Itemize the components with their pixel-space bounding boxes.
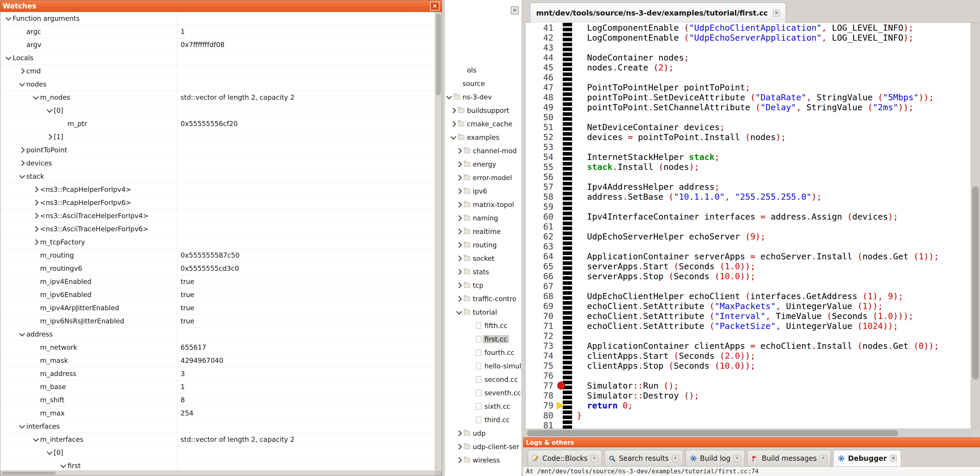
watch-row[interactable]: cmd — [0, 65, 435, 78]
chevron-right-icon[interactable] — [456, 161, 462, 167]
breakpoint-margin[interactable] — [556, 112, 563, 122]
close-icon[interactable]: × — [820, 455, 827, 462]
line-number[interactable]: 58 — [526, 192, 556, 202]
breakpoint-margin[interactable] — [556, 43, 563, 53]
breakpoint-margin[interactable] — [556, 72, 563, 83]
tree-item-udp-client-ser[interactable]: udp-client-ser — [445, 441, 522, 453]
code-line[interactable]: 56 — [526, 172, 970, 182]
breakpoint-margin[interactable] — [556, 241, 563, 251]
tree-item-ns-3-dev[interactable]: ns-3-dev — [445, 91, 522, 103]
watch-row[interactable]: m_ptr0x55555556cf20 — [0, 117, 435, 130]
line-number[interactable]: 61 — [526, 222, 556, 232]
breakpoint-margin[interactable] — [556, 391, 563, 401]
chevron-down-icon[interactable] — [19, 173, 25, 179]
chevron-right-icon[interactable] — [456, 296, 462, 302]
watch-row[interactable]: devices — [0, 157, 435, 170]
breakpoint-margin[interactable] — [556, 202, 563, 212]
watches-vertical-scrollbar[interactable] — [435, 12, 442, 471]
code-line[interactable]: 73 ApplicationContainer clientApps = ech… — [526, 341, 970, 351]
code-line[interactable]: 41 LogComponentEnable ("UdpEchoClientApp… — [526, 23, 970, 33]
breakpoint-margin[interactable] — [556, 132, 563, 142]
breakpoint-margin[interactable] — [556, 420, 563, 429]
tab-build-messages[interactable]: Build messages× — [747, 450, 831, 466]
watch-row[interactable]: argc1 — [0, 25, 435, 38]
code-line[interactable]: 70 echoClient.SetAttribute ("Interval", … — [526, 311, 970, 321]
watch-row[interactable]: first — [0, 459, 435, 471]
chevron-right-icon[interactable] — [33, 239, 38, 245]
tree-item-udp[interactable]: udp — [445, 427, 522, 439]
line-number[interactable]: 56 — [526, 172, 556, 182]
code-line[interactable]: 49 pointToPoint.SetChannelAttribute ("De… — [526, 102, 970, 112]
code-line[interactable]: 79 return 0; — [526, 401, 970, 411]
breakpoint-margin[interactable] — [556, 33, 563, 43]
line-number[interactable]: 72 — [526, 331, 556, 341]
tab-code-blocks[interactable]: Code::Blocks× — [528, 450, 602, 466]
close-icon[interactable]: × — [672, 455, 679, 462]
close-icon[interactable]: × — [430, 2, 439, 11]
tree-item-hello-simul[interactable]: hello-simul — [445, 360, 522, 372]
chevron-down-icon[interactable] — [19, 81, 25, 86]
chevron-right-icon[interactable] — [450, 108, 456, 113]
tree-item-stats[interactable]: stats — [445, 266, 522, 278]
code-line[interactable]: 74 clientApps.Start (Seconds (2.0)); — [526, 351, 970, 361]
tree-item-examples[interactable]: examples — [445, 131, 522, 144]
breakpoint-margin[interactable] — [556, 62, 563, 72]
line-number[interactable]: 65 — [526, 261, 556, 272]
breakpoint-margin[interactable] — [556, 192, 563, 202]
breakpoint-margin[interactable] — [556, 311, 563, 321]
chevron-down-icon[interactable] — [446, 94, 452, 99]
watch-row[interactable]: m_address3 — [0, 367, 435, 380]
breakpoint-margin[interactable] — [556, 371, 563, 381]
watch-row[interactable]: address — [0, 328, 435, 341]
chevron-down-icon[interactable] — [33, 436, 39, 442]
code-line[interactable]: 76 — [526, 371, 970, 381]
line-number[interactable]: 79 — [526, 401, 556, 411]
watch-row[interactable]: <ns3::AsciiTraceHelperForIpv4> — [0, 209, 435, 222]
chevron-down-icon[interactable] — [33, 94, 39, 100]
line-number[interactable]: 52 — [526, 132, 556, 142]
scrollbar-thumb[interactable] — [527, 430, 898, 436]
breakpoint-margin[interactable] — [556, 162, 563, 172]
watch-row[interactable]: argv0x7fffffffdf08 — [0, 38, 435, 51]
watch-row[interactable]: pointToPoint — [0, 144, 435, 157]
line-number[interactable]: 64 — [526, 251, 556, 261]
breakpoint-margin[interactable] — [556, 222, 563, 232]
line-number[interactable]: 80 — [526, 411, 556, 420]
tree-item-ols[interactable]: ols — [445, 64, 522, 76]
code-line[interactable]: 72 — [526, 331, 970, 341]
line-number[interactable]: 45 — [526, 62, 556, 72]
watch-row[interactable]: m_base1 — [0, 380, 435, 393]
editor-horizontal-scrollbar[interactable] — [526, 429, 970, 438]
watch-row[interactable]: <ns3::AsciiTraceHelperForIpv6> — [0, 222, 435, 236]
tab-debugger[interactable]: Debugger× — [833, 450, 901, 466]
line-number[interactable]: 63 — [526, 241, 556, 251]
tree-item-fourth-cc[interactable]: fourth.cc — [445, 347, 522, 359]
chevron-right-icon[interactable] — [19, 160, 25, 166]
breakpoint-margin[interactable] — [556, 212, 563, 222]
code-line[interactable]: 52 devices = pointToPoint.Install (nodes… — [526, 132, 970, 142]
line-number[interactable]: 43 — [526, 43, 556, 53]
tree-item-error-model[interactable]: error-model — [445, 172, 522, 184]
code-line[interactable]: 58 address.SetBase ("10.1.1.0", "255.255… — [526, 192, 970, 202]
chevron-right-icon[interactable] — [456, 202, 462, 208]
line-number[interactable]: 71 — [526, 321, 556, 331]
breakpoint-margin[interactable] — [556, 331, 563, 341]
code-line[interactable]: 46 — [526, 72, 970, 83]
breakpoint-margin[interactable] — [556, 182, 563, 192]
line-number[interactable]: 46 — [526, 72, 556, 83]
breakpoint-margin[interactable] — [556, 142, 563, 152]
breakpoint-margin[interactable] — [556, 53, 563, 62]
watch-row[interactable]: [0] — [0, 446, 435, 459]
chevron-right-icon[interactable] — [456, 242, 462, 248]
code-line[interactable]: 60 Ipv4InterfaceContainer interfaces = a… — [526, 212, 970, 222]
watches-titlebar[interactable]: Watches × — [0, 0, 442, 12]
tab-build-log[interactable]: Build log× — [686, 450, 745, 466]
chevron-right-icon[interactable] — [456, 256, 462, 261]
tree-item-routing[interactable]: routing — [445, 239, 522, 251]
watch-row[interactable]: stack — [0, 170, 435, 183]
watch-row[interactable]: m_ipv4ArpJitterEnabledtrue — [0, 302, 435, 315]
breakpoint-margin[interactable] — [556, 251, 563, 261]
line-number[interactable]: 44 — [526, 53, 556, 62]
tree-item-wireless[interactable]: wireless — [445, 454, 522, 466]
chevron-down-icon[interactable] — [47, 449, 52, 455]
